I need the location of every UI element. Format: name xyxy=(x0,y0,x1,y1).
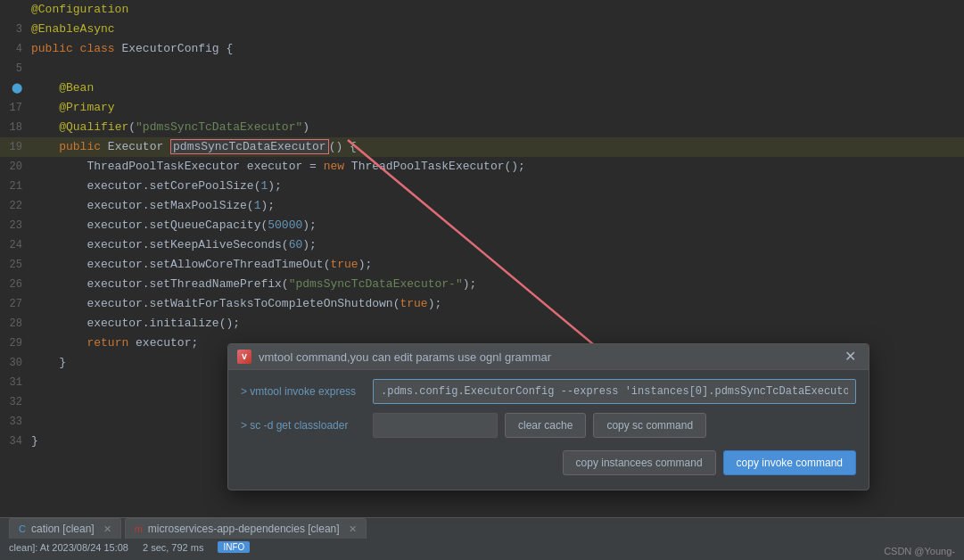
vmtool-icon: v xyxy=(237,350,251,364)
copy-instances-button[interactable]: copy instancees command xyxy=(563,450,716,475)
sc-input[interactable] xyxy=(373,413,498,438)
sc-row: > sc -d get classloader clear cache copy… xyxy=(241,413,856,438)
copy-invoke-button[interactable]: copy invoke command xyxy=(723,450,856,475)
dialog-footer: copy instancees command copy invoke comm… xyxy=(241,447,856,481)
dialog-title-left: v vmtool command,you can edit params use… xyxy=(237,350,551,364)
invoke-input[interactable] xyxy=(373,379,856,404)
vmtool-dialog: v vmtool command,you can edit params use… xyxy=(227,343,869,490)
close-button[interactable]: ✕ xyxy=(841,350,860,364)
clear-cache-button[interactable]: clear cache xyxy=(505,413,586,438)
copy-sc-button[interactable]: copy sc command xyxy=(593,413,706,438)
invoke-label: > vmtool invoke express xyxy=(241,385,366,398)
invoke-row: > vmtool invoke express xyxy=(241,379,856,404)
dialog-title-bar: v vmtool command,you can edit params use… xyxy=(228,344,869,370)
dialog-body: > vmtool invoke express > sc -d get clas… xyxy=(228,370,869,490)
dialog-title-text: vmtool command,you can edit params use o… xyxy=(259,350,551,364)
sc-label: > sc -d get classloader xyxy=(241,419,366,432)
dialog-backdrop: v vmtool command,you can edit params use… xyxy=(0,0,964,560)
